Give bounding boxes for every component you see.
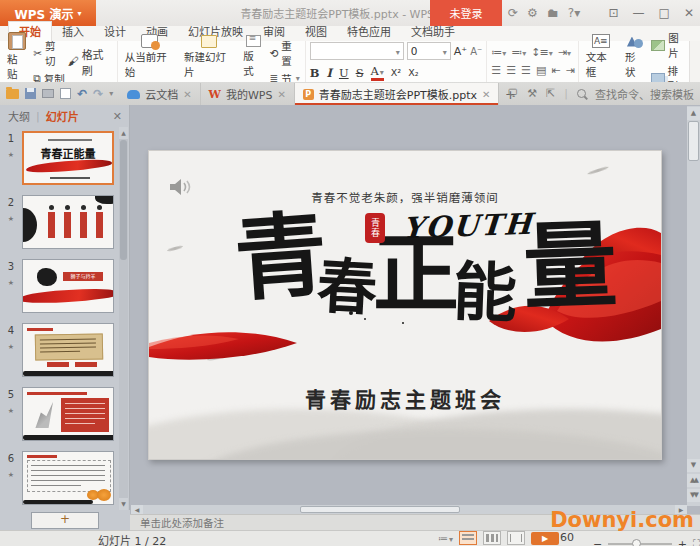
qat-dropdown-icon[interactable]: ▾ <box>109 89 113 98</box>
align-left-icon[interactable]: ☰ <box>491 64 500 77</box>
slide-thumbnail-5[interactable]: 5 ★ <box>0 385 130 449</box>
slide-subtitle-text[interactable]: 青春励志主题班会 <box>149 383 661 413</box>
play-from-current-button[interactable]: 从当前开始 <box>122 34 178 89</box>
align-right-icon[interactable]: ☰ <box>521 64 530 77</box>
scroll-up-icon[interactable]: ▲ <box>119 127 128 139</box>
cloud-icon <box>127 90 140 99</box>
slides-tab[interactable]: 幻灯片 <box>46 108 79 124</box>
normal-view-button[interactable] <box>459 531 477 545</box>
justify-icon[interactable]: ▤ <box>536 64 545 77</box>
line-spacing-icon[interactable]: ↕≡ <box>531 46 551 59</box>
fit-to-window-icon[interactable]: ⛶ <box>693 538 700 546</box>
skin-icon[interactable]: 🖿 <box>547 6 559 20</box>
ribbon-toolbar: 粘贴 ✂剪切 ⧉复制 🖌格式刷 从当前开始 新建幻灯片 版式 ⟲重置 ≣节 <box>0 41 700 83</box>
tab-special-features[interactable]: 特色应用 <box>337 22 401 41</box>
scroll-down-icon[interactable]: ▼ <box>119 498 128 510</box>
subscript-button[interactable]: X₂ <box>408 67 418 78</box>
close-tab-icon[interactable]: ✕ <box>277 89 285 100</box>
slide-sorter-view-button[interactable] <box>483 531 501 545</box>
cut-button[interactable]: ✂剪切 <box>33 38 64 68</box>
title-char-2[interactable]: 春 <box>315 255 378 318</box>
undo-icon[interactable]: ↶ <box>77 87 87 101</box>
slide-canvas[interactable]: 青春不觉老朱颜，强半销磨薄领间 青 春 正 能 量 YOUTH 青春 青春励志主… <box>148 150 662 460</box>
maximize-icon[interactable]: □ <box>659 6 670 20</box>
grow-font-button[interactable]: A⁺ <box>454 45 467 58</box>
slide-thumbnail-1[interactable]: 1 ★ 青春正能量 <box>0 129 130 193</box>
align-center-icon[interactable]: ☰ <box>506 64 515 77</box>
close-tab-icon[interactable]: ✕ <box>482 89 490 100</box>
transition-star-icon: ★ <box>4 343 18 351</box>
sidebar-scroll-thumb[interactable] <box>120 140 127 260</box>
close-icon[interactable]: ✕ <box>684 6 694 20</box>
tab-view[interactable]: 视图 <box>295 22 337 41</box>
zoom-slider[interactable] <box>608 543 672 545</box>
scroll-up-icon[interactable]: ▲ <box>687 107 700 120</box>
underline-button[interactable]: U <box>339 66 349 80</box>
ribbon-toggle-icon[interactable]: ⊡ <box>609 6 619 20</box>
scroll-thumb[interactable] <box>688 121 699 161</box>
text-box-button[interactable]: A≡ 文本框 <box>583 34 619 89</box>
title-char-5[interactable]: 量 <box>521 217 618 314</box>
bold-button[interactable]: B <box>310 66 320 80</box>
close-tab-icon[interactable]: ✕ <box>183 89 191 100</box>
title-char-4[interactable]: 能 <box>452 260 518 326</box>
previous-slide-button[interactable]: ▲▲ <box>687 474 700 487</box>
shrink-font-button[interactable]: A⁻ <box>470 46 482 57</box>
reset-button[interactable]: ⟲重置 <box>269 38 300 68</box>
slide-thumbnail-6[interactable]: 6 ★ <box>0 449 130 513</box>
strikethrough-button[interactable]: S <box>356 66 364 80</box>
add-slide-button[interactable]: + <box>31 512 99 529</box>
scissors-icon: ✂ <box>33 47 42 59</box>
notes-toggle-icon[interactable]: ≔ <box>438 533 453 544</box>
scroll-down-icon[interactable]: ▼ <box>687 459 700 472</box>
window-controls: ⊡ — □ ✕ <box>609 0 694 26</box>
print-preview-icon[interactable] <box>60 88 71 99</box>
sync-icon[interactable]: ⟳ <box>508 6 518 20</box>
italic-button[interactable]: I <box>327 66 332 80</box>
layout-button[interactable]: 版式 <box>240 35 266 88</box>
slideshow-play-button[interactable]: ▶ <box>531 532 559 545</box>
new-slide-button[interactable]: 新建幻灯片 <box>181 35 237 89</box>
tab-cloud-docs[interactable]: 云文档 ✕ <box>119 83 200 105</box>
settings-icon[interactable]: ⚙ <box>527 6 538 20</box>
font-name-select[interactable] <box>310 42 404 60</box>
slide-thumbnail-2[interactable]: 2 ★ <box>0 193 130 257</box>
close-panel-icon[interactable]: ✕ <box>113 110 122 123</box>
zoom-slider-knob[interactable] <box>632 539 641 546</box>
search-commands[interactable]: 查找命令、搜索模板 <box>595 86 694 102</box>
font-size-select[interactable]: 0 <box>407 42 451 60</box>
text-direction-icon[interactable]: ⇥ <box>558 46 570 59</box>
scroll-left-icon[interactable]: ◀ <box>131 505 143 514</box>
title-char-1[interactable]: 青 <box>232 208 330 306</box>
switch-window-icon[interactable]: ⇱ <box>546 87 555 100</box>
shape-button[interactable]: 形状 <box>622 35 648 89</box>
minimize-icon[interactable]: — <box>633 6 645 20</box>
bullets-icon[interactable]: ≔ <box>491 46 505 59</box>
save-icon[interactable] <box>25 88 36 99</box>
next-slide-button[interactable]: ▼▼ <box>687 489 700 502</box>
youth-text[interactable]: YOUTH <box>402 207 535 246</box>
zoom-in-icon[interactable]: + <box>678 538 687 546</box>
help-icon[interactable]: ?▾ <box>568 6 580 20</box>
indent-increase-icon[interactable]: ⇥ <box>566 64 574 77</box>
open-folder-icon[interactable] <box>6 89 19 99</box>
format-painter-button[interactable]: 🖌格式刷 <box>68 46 113 78</box>
tools-icon[interactable]: ⚒ <box>527 87 537 100</box>
feedback-icon[interactable]: 🗨 <box>507 87 518 100</box>
scroll-thumb[interactable] <box>300 506 460 513</box>
print-icon[interactable] <box>42 89 54 98</box>
slide-thumbnail-4[interactable]: 4 ★ <box>0 321 130 385</box>
redo-icon[interactable]: ↷ <box>93 87 103 101</box>
tab-current-document[interactable]: P 青春励志主题班会PPT模板.pptx ✕ <box>295 83 500 105</box>
outline-tab[interactable]: 大纲 <box>8 108 30 124</box>
indent-decrease-icon[interactable]: ⇤ <box>551 64 559 77</box>
tab-my-wps[interactable]: W 我的WPS ✕ <box>201 83 295 105</box>
slide-thumbnail-3[interactable]: 3 ★ 狮子与羚羊 <box>0 257 130 321</box>
font-color-button[interactable]: A <box>371 64 384 81</box>
reading-view-button[interactable] <box>507 531 525 545</box>
vertical-scrollbar[interactable] <box>687 106 700 506</box>
superscript-button[interactable]: X² <box>391 67 401 78</box>
zoom-out-icon[interactable]: − <box>593 538 602 546</box>
numbering-icon[interactable]: ≕ <box>511 46 525 59</box>
tab-doc-assistant[interactable]: 文档助手 <box>401 22 465 41</box>
